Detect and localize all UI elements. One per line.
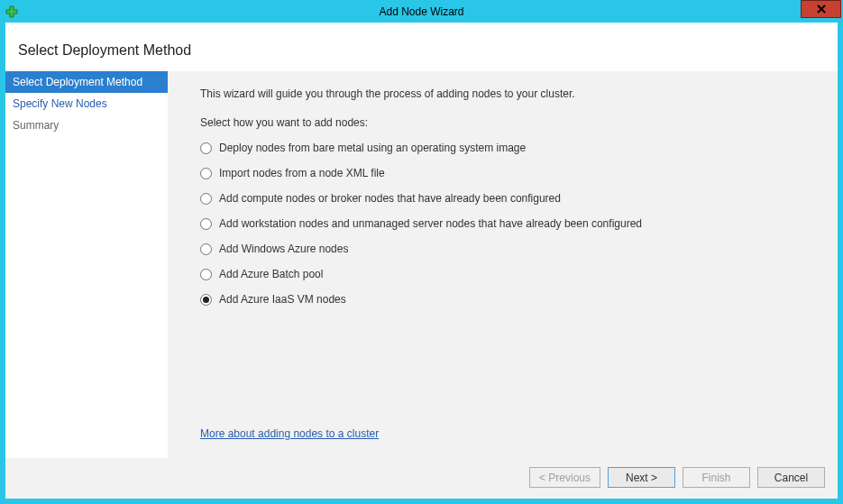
- option-add-azure-iaas-vm[interactable]: Add Azure IaaS VM nodes: [200, 293, 818, 306]
- window-title: Add Node Wizard: [0, 5, 843, 18]
- radio-icon: [200, 142, 212, 154]
- page-title: Select Deployment Method: [5, 23, 838, 71]
- select-how-label: Select how you want to add nodes:: [200, 116, 818, 129]
- option-label: Add compute nodes or broker nodes that h…: [219, 192, 561, 205]
- option-import-xml[interactable]: Import nodes from a node XML file: [200, 167, 818, 179]
- content-panel: This wizard will guide you through the p…: [168, 71, 838, 458]
- help-link[interactable]: More about adding nodes to a cluster: [200, 427, 818, 440]
- radio-icon: [200, 269, 212, 280]
- radio-icon: [200, 218, 212, 230]
- option-label: Add Windows Azure nodes: [219, 243, 348, 255]
- option-label: Deploy nodes from bare metal using an op…: [219, 142, 526, 154]
- next-button[interactable]: Next >: [608, 467, 675, 488]
- option-add-azure-batch-pool[interactable]: Add Azure Batch pool: [200, 268, 818, 280]
- footer: < Previous Next > Finish Cancel: [5, 458, 838, 499]
- previous-button: < Previous: [529, 467, 600, 488]
- intro-text: This wizard will guide you through the p…: [200, 87, 818, 100]
- body: Select Deployment Method Specify New Nod…: [5, 71, 838, 458]
- cancel-button[interactable]: Cancel: [757, 467, 825, 488]
- option-label: Add Azure Batch pool: [219, 268, 323, 280]
- radio-icon: [200, 294, 212, 306]
- spacer: [200, 318, 818, 427]
- option-label: Add Azure IaaS VM nodes: [219, 293, 346, 306]
- client-area: Select Deployment Method Select Deployme…: [5, 23, 838, 499]
- option-label: Add workstation nodes and unmanaged serv…: [219, 217, 642, 230]
- radio-icon: [200, 243, 212, 255]
- sidebar-item-summary[interactable]: Summary: [5, 115, 168, 136]
- option-bare-metal[interactable]: Deploy nodes from bare metal using an op…: [200, 142, 818, 154]
- titlebar: Add Node Wizard: [0, 0, 843, 23]
- window: Add Node Wizard Select Deployment Method…: [0, 0, 843, 504]
- finish-button: Finish: [683, 467, 750, 488]
- sidebar: Select Deployment Method Specify New Nod…: [5, 71, 168, 458]
- sidebar-item-select-deployment-method[interactable]: Select Deployment Method: [5, 71, 168, 93]
- option-add-windows-azure[interactable]: Add Windows Azure nodes: [200, 243, 818, 255]
- close-button[interactable]: [801, 0, 841, 18]
- option-label: Import nodes from a node XML file: [219, 167, 385, 179]
- radio-icon: [200, 168, 212, 179]
- option-add-compute-broker[interactable]: Add compute nodes or broker nodes that h…: [200, 192, 818, 205]
- radio-icon: [200, 193, 212, 205]
- sidebar-item-specify-new-nodes[interactable]: Specify New Nodes: [5, 93, 168, 115]
- app-icon: [5, 5, 18, 18]
- option-add-workstation-unmanaged[interactable]: Add workstation nodes and unmanaged serv…: [200, 217, 818, 230]
